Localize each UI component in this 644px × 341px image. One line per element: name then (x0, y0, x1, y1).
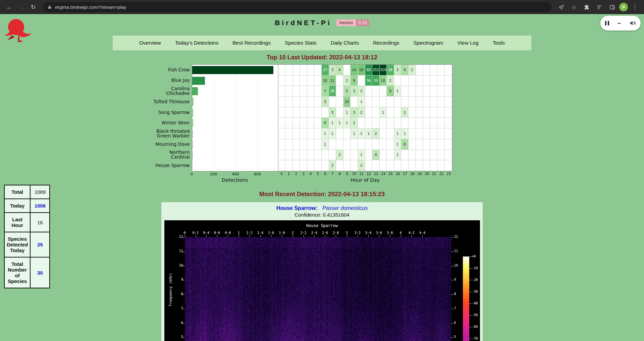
heat-cell (351, 160, 358, 171)
confidence-text: Confidence: 0.41351604 (164, 212, 480, 218)
heat-cell (423, 65, 430, 75)
puzzle-icon (584, 4, 590, 10)
heat-cell: 3 (351, 107, 358, 118)
spec-x-tick-label: 4·2 (409, 231, 415, 235)
heat-cell: 1 (394, 86, 401, 97)
heat-cell (307, 86, 315, 97)
heat-cell (343, 160, 351, 171)
heat-cell (314, 118, 322, 128)
bar-row (192, 86, 278, 97)
spec-x-tick-label: 2·2 (301, 231, 307, 235)
heat-cell (300, 139, 307, 150)
bookmark-button[interactable]: ☆ (568, 1, 580, 13)
colorbar-tick (470, 339, 471, 339)
bar-tick-label: 0 (191, 172, 193, 176)
heat-cell (401, 97, 409, 107)
heat-cell (423, 128, 430, 139)
heat-cell (409, 128, 416, 139)
audio-player[interactable] (600, 16, 641, 31)
colorbar-tick (470, 257, 471, 257)
heat-cell (322, 150, 329, 161)
heat-cell (322, 107, 329, 118)
nav-item-best-recordings[interactable]: Best Recordings (225, 40, 278, 46)
nav-item-recordings[interactable]: Recordings (366, 40, 406, 46)
heat-cell: 2 (372, 128, 380, 139)
heat-cell (409, 139, 416, 150)
heat-cell (278, 107, 286, 118)
heat-cell (409, 160, 416, 171)
browser-menu-button[interactable]: ⋮ (629, 1, 641, 13)
stats-value[interactable]: 1006 (30, 199, 50, 213)
nav-item-daily-charts[interactable]: Daily Charts (324, 40, 366, 46)
heat-cell: 1 (322, 128, 329, 139)
heat-cell (307, 118, 315, 128)
heat-cell: 16 (358, 65, 365, 75)
heat-cell (307, 150, 315, 161)
forward-button[interactable]: → (15, 1, 27, 13)
volume-icon[interactable] (629, 20, 636, 26)
heat-cell (445, 118, 452, 128)
heat-cell (307, 97, 315, 107)
extensions-button[interactable] (581, 1, 592, 13)
spec-x-tick-label: 2 (291, 231, 293, 235)
pause-button[interactable] (605, 21, 609, 25)
colorbar-tick (470, 268, 471, 269)
nav-item-spectrogram[interactable]: Spectrogram (407, 40, 450, 46)
heat-cell: 3 (322, 97, 329, 107)
side-panel-button[interactable] (606, 1, 618, 13)
species-latin-name-link[interactable]: Passer domesticus (322, 205, 368, 211)
toolbar-right-actions: ☆ P ⋮ (555, 1, 641, 13)
stats-value[interactable]: 25 (30, 232, 50, 257)
reading-list-button[interactable] (594, 1, 605, 13)
heat-cell (416, 118, 423, 128)
heat-cell (445, 128, 452, 139)
address-bar[interactable]: virginia.birdnetpi.com/?stream=play (43, 2, 551, 12)
detection-title: House Sparrow: Passer domesticus (164, 205, 480, 211)
profile-avatar[interactable]: P (619, 3, 628, 11)
heat-cell (437, 107, 445, 118)
heat-cell: 1 (365, 128, 373, 139)
nav-item-species-stats[interactable]: Species Stats (278, 40, 324, 46)
hour-tick-label: 16 (394, 172, 401, 177)
spec-x-tick-label: 1·4 (257, 231, 263, 235)
top10-heading: Top 10 Last Updated: 2022-04-13 18:12 (0, 54, 644, 61)
spec-x-tick-label: 3·8 (387, 231, 393, 235)
heat-cell (380, 128, 387, 139)
heat-cell: 2 (343, 75, 351, 86)
spec-x-tick (250, 235, 250, 237)
seek-bar[interactable] (618, 23, 621, 24)
spec-y-tick-label: 5 (173, 335, 183, 339)
nav-item-view-log[interactable]: View Log (450, 40, 485, 46)
side-panel-icon (609, 4, 615, 10)
back-button[interactable]: ← (3, 1, 15, 13)
heat-cell: 3 (351, 86, 358, 97)
heat-cell: 3 (394, 65, 401, 75)
chart-plots: 2734141668253319283621011293639102726532… (192, 64, 452, 171)
reload-button[interactable]: ↻ (28, 1, 39, 13)
heat-cell (300, 107, 307, 118)
heat-cell (401, 118, 409, 128)
spec-y-tick-label: 9 (173, 278, 183, 281)
spec-x-tick-label: 0·2 (193, 231, 199, 235)
nav-item-today-s-detections[interactable]: Today's Detections (168, 40, 226, 46)
heat-cell (409, 75, 416, 86)
species-common-name-link[interactable]: House Sparrow: (276, 205, 318, 211)
page: BirdNET-Pi Version 0.13 OverviewToday's … (0, 14, 644, 341)
send-button[interactable] (555, 1, 567, 13)
spec-y-tick-label: 11 (454, 249, 458, 253)
colorbar-tick-label: +0 (472, 254, 476, 258)
heat-cell (351, 139, 358, 150)
heat-cell (336, 107, 343, 118)
spec-y-tick-label: 10 (173, 264, 183, 267)
list-icon (597, 4, 602, 10)
stats-value[interactable]: 30 (30, 257, 50, 288)
spec-y-tick (451, 323, 453, 324)
heat-cell: 3 (329, 65, 336, 75)
heat-cell (430, 128, 438, 139)
spec-x-tick-label: 2·4 (311, 231, 317, 235)
heat-cell (329, 139, 336, 150)
nav-item-tools[interactable]: Tools (486, 40, 512, 46)
nav-item-overview[interactable]: Overview (132, 40, 168, 46)
heat-cell (387, 118, 394, 128)
bar-tick-label: 400 (232, 172, 239, 176)
